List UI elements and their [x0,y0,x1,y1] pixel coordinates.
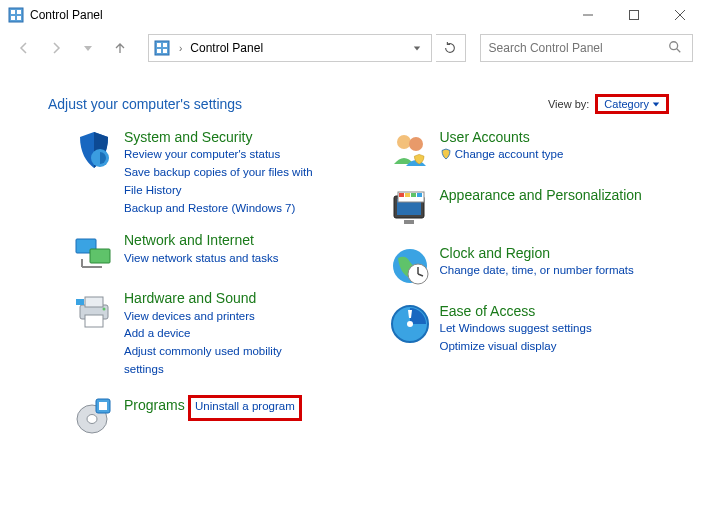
svg-point-14 [670,42,678,50]
printer-icon[interactable] [72,289,116,333]
svg-rect-39 [404,220,414,224]
back-button[interactable] [10,34,38,62]
svg-rect-38 [417,193,422,197]
link-review-status[interactable]: Review your computer's status [124,146,324,164]
category-title[interactable]: Programs [124,397,185,413]
svg-rect-18 [90,249,110,263]
up-button[interactable] [106,34,134,62]
appearance-icon[interactable] [388,186,432,230]
svg-line-15 [677,49,681,53]
shield-icon[interactable] [72,128,116,172]
category-title[interactable]: Hardware and Sound [124,290,256,306]
category-user-accounts: User Accounts Change account type [388,128,684,172]
link-change-account-type[interactable]: Change account type [440,146,564,164]
link-devices-printers[interactable]: View devices and printers [124,308,324,326]
highlight-box: Category [595,94,669,114]
category-title[interactable]: Clock and Region [440,245,551,261]
svg-point-30 [397,135,411,149]
category-title[interactable]: User Accounts [440,129,530,145]
category-title[interactable]: Network and Internet [124,232,254,248]
svg-rect-6 [630,11,639,20]
link-backup-restore[interactable]: Backup and Restore (Windows 7) [124,200,324,218]
right-column: User Accounts Change account type Appear… [388,128,684,451]
programs-icon[interactable] [72,393,116,437]
category-title[interactable]: System and Security [124,129,252,145]
search-input[interactable]: Search Control Panel [480,34,693,62]
svg-point-24 [103,308,106,311]
close-button[interactable] [657,0,703,30]
svg-rect-29 [99,402,107,410]
minimize-button[interactable] [565,0,611,30]
page-title: Adjust your computer's settings [48,96,242,112]
svg-rect-37 [411,193,416,197]
view-by-label: View by: [548,98,589,110]
svg-rect-2 [17,10,21,14]
breadcrumb[interactable]: Control Panel [190,41,263,55]
category-ease-of-access: Ease of Access Let Windows suggest setti… [388,302,684,356]
ease-of-access-icon[interactable] [388,302,432,346]
category-network: Network and Internet View network status… [72,231,368,275]
highlight-box: Uninstall a program [188,395,302,421]
content: System and Security Review your computer… [0,124,703,451]
link-network-status[interactable]: View network status and tasks [124,250,278,268]
search-placeholder: Search Control Panel [489,41,668,55]
search-icon [668,40,684,56]
control-panel-icon [153,39,171,57]
link-uninstall-program[interactable]: Uninstall a program [195,398,295,416]
address-bar[interactable]: › Control Panel [148,34,432,62]
titlebar: Control Panel [0,0,703,30]
nav-row: › Control Panel Search Control Panel [0,30,703,66]
address-history-dropdown[interactable] [407,43,427,54]
clock-globe-icon[interactable] [388,244,432,288]
svg-rect-11 [163,43,167,47]
window-title: Control Panel [30,8,103,22]
svg-rect-25 [76,299,84,305]
view-by-dropdown[interactable]: Category [600,97,664,111]
left-column: System and Security Review your computer… [72,128,368,451]
heading-row: Adjust your computer's settings View by:… [0,66,703,124]
link-suggest-settings[interactable]: Let Windows suggest settings [440,320,592,338]
category-clock-region: Clock and Region Change date, time, or n… [388,244,684,288]
svg-rect-4 [17,16,21,20]
svg-rect-23 [85,315,103,327]
control-panel-icon [8,7,24,23]
user-accounts-icon[interactable] [388,128,432,172]
link-file-history[interactable]: Save backup copies of your files with Fi… [124,164,324,200]
svg-point-46 [407,321,413,327]
category-programs: Programs Uninstall a program [72,393,368,437]
network-icon[interactable] [72,231,116,275]
category-title[interactable]: Ease of Access [440,303,536,319]
link-mobility-settings[interactable]: Adjust commonly used mobility settings [124,343,324,379]
svg-point-27 [87,414,97,423]
recent-dropdown[interactable] [74,34,102,62]
view-by-value: Category [604,98,649,110]
maximize-button[interactable] [611,0,657,30]
category-appearance: Appearance and Personalization [388,186,684,230]
svg-rect-36 [405,193,410,197]
svg-rect-12 [157,49,161,53]
svg-rect-1 [11,10,15,14]
forward-button[interactable] [42,34,70,62]
svg-point-31 [409,137,423,151]
svg-rect-35 [399,193,404,197]
svg-rect-10 [157,43,161,47]
link-add-device[interactable]: Add a device [124,325,324,343]
category-title[interactable]: Appearance and Personalization [440,187,642,203]
link-change-date-formats[interactable]: Change date, time, or number formats [440,262,634,280]
svg-rect-22 [85,297,103,307]
svg-rect-13 [163,49,167,53]
chevron-right-icon[interactable]: › [177,43,184,54]
link-optimize-display[interactable]: Optimize visual display [440,338,592,356]
refresh-button[interactable] [436,34,466,62]
svg-rect-3 [11,16,15,20]
category-system-security: System and Security Review your computer… [72,128,368,217]
category-hardware: Hardware and Sound View devices and prin… [72,289,368,378]
